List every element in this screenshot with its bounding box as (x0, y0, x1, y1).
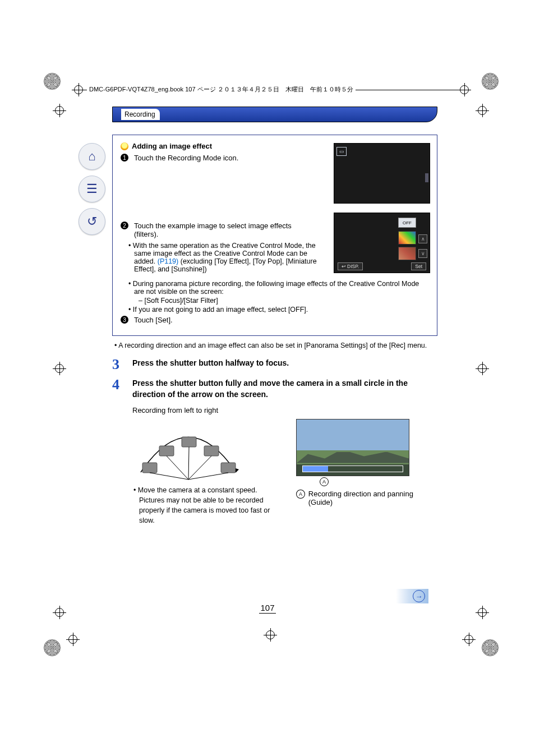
contents-icon[interactable]: ☰ (79, 176, 105, 202)
reg-mark (72, 83, 85, 96)
continue-arrow[interactable]: → (396, 589, 428, 603)
callout-marker-a: A (320, 477, 329, 486)
panorama-progress-preview (296, 419, 409, 476)
screen-preview-2: OFF ∧ ∨ ↩ DISP. Set (334, 213, 430, 273)
lamp-icon (121, 142, 128, 150)
scroll-down-icon: ∨ (418, 249, 427, 258)
callout-heading: Adding an image effect (132, 142, 212, 150)
dash-item: [Soft Focus]/[Star Filter] (121, 297, 429, 305)
svg-rect-3 (182, 437, 196, 447)
reg-mark (66, 633, 80, 646)
step-4-text: Press the shutter button fully and move … (132, 377, 437, 400)
page-link-p119[interactable]: (P119) (158, 257, 179, 265)
svg-line-7 (167, 456, 188, 480)
step-3-text: Press the shutter button halfway to focu… (132, 357, 289, 372)
screen-preview-1: ▭ (334, 143, 430, 204)
step-number: 3 (121, 316, 128, 324)
callout-adding-effect: Adding an image effect 1 Touch the Recor… (112, 135, 437, 336)
section-title: Recording (121, 109, 160, 120)
step-number: 1 (121, 154, 128, 162)
back-icon[interactable]: ↺ (79, 208, 105, 235)
sub-note: With the same operation as the Creative … (121, 242, 319, 273)
reg-mark (458, 83, 471, 96)
note-panorama-settings: A recording direction and an image effec… (112, 342, 437, 349)
side-tab-icon (425, 173, 428, 182)
callout-a-text: Recording direction and panning (Guide) (308, 490, 437, 506)
reg-mark (264, 628, 277, 642)
mode-icon: ▭ (336, 147, 347, 156)
step-number-large: 3 (112, 357, 124, 372)
reg-mark (53, 104, 66, 117)
sub-note: During panorama picture recording, the f… (121, 280, 429, 296)
step-3: 3 Press the shutter button halfway to fo… (112, 357, 437, 372)
reg-mark (476, 362, 489, 375)
step-number-large: 4 (112, 377, 124, 400)
svg-rect-1 (142, 463, 157, 473)
svg-line-6 (150, 473, 188, 480)
running-head: DMC-G6PDF-VQT4Z78_eng.book 107 ページ ２０１３年… (87, 85, 356, 94)
effect-swatch (398, 231, 416, 245)
crop-mark-bl (44, 639, 61, 656)
off-badge: OFF (398, 218, 416, 228)
crop-mark-tl (44, 73, 61, 90)
step-4: 4 Press the shutter button fully and mov… (112, 377, 437, 400)
subcaption: Recording from left to right (132, 406, 437, 414)
svg-line-8 (188, 447, 189, 480)
svg-rect-2 (159, 446, 174, 456)
effect-swatch (398, 247, 416, 260)
step-text: Touch the Recording Mode icon. (134, 154, 238, 162)
sub-note: If you are not going to add an image eff… (121, 306, 429, 314)
reg-mark (53, 362, 66, 375)
home-icon[interactable]: ⌂ (79, 143, 105, 170)
scroll-up-icon: ∧ (418, 234, 427, 243)
svg-rect-5 (221, 463, 236, 473)
step-text: Touch the example image to select image … (134, 222, 313, 238)
callout-marker-a: A (296, 490, 305, 499)
svg-rect-4 (204, 446, 219, 456)
step-text: Touch [Set]. (134, 316, 173, 324)
arrow-right-icon: → (413, 590, 425, 602)
left-note: Move the camera at a constant speed. Pic… (132, 485, 274, 526)
reg-mark (476, 104, 489, 117)
crop-mark-tr (482, 73, 499, 90)
page-number: 107 (0, 603, 535, 612)
camera-arc-illustration (132, 419, 245, 481)
set-button: Set (411, 262, 426, 270)
crop-mark-br (482, 639, 499, 656)
reg-mark (462, 633, 476, 646)
disp-button: ↩ DISP. (338, 262, 363, 270)
section-header: Recording (112, 107, 437, 122)
step-number: 2 (121, 222, 128, 229)
